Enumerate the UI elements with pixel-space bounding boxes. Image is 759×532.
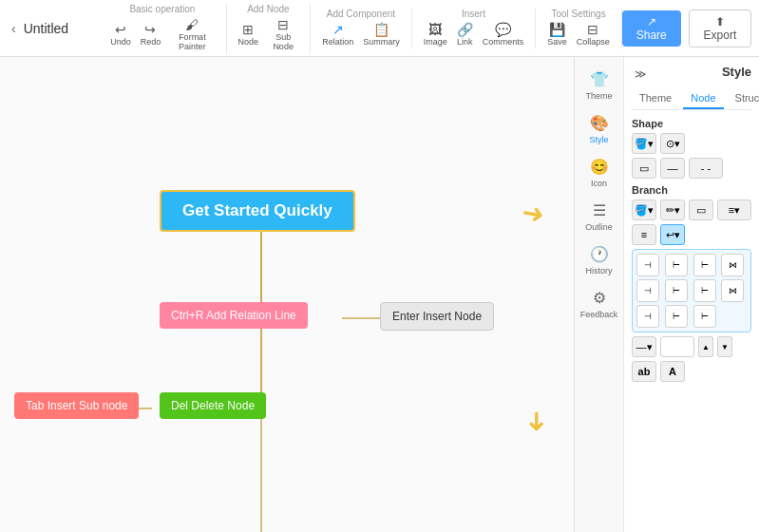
sidebar-item-style[interactable]: 🎨 Style [578,108,621,150]
branch-cell-4[interactable]: ⋈ [721,254,744,276]
font-size-btn[interactable]: A [660,361,685,382]
undo-button[interactable]: ↩Undo [106,21,135,48]
branch-cell-6[interactable]: ⊢ [665,279,688,302]
add-node-label: Add Node [247,4,289,14]
size-down-btn[interactable]: ▼ [717,336,732,357]
dash-style-btn[interactable]: - - [689,158,723,179]
document-title: Untitled [24,21,68,36]
fill-color-btn[interactable]: 🪣▾ [632,133,656,154]
sidebar-history-label: History [585,266,612,276]
tab-node[interactable]: Tab Insert Sub node [14,392,139,419]
branch-cell-7[interactable]: ⊢ [693,279,716,302]
share-button[interactable]: ↗ Share [622,10,681,47]
branch-cell-3[interactable]: ⊢ [693,254,716,276]
export-button[interactable]: ⬆ Export [689,10,751,48]
collapse-button[interactable]: ⊟Collapse [573,21,614,48]
branch-line-btn[interactable]: ≡▾ [717,200,751,220]
branch-rect-btn[interactable]: ▭ [689,200,713,220]
shape-section-title: Shape [632,118,751,129]
branch-fill-btn[interactable]: 🪣▾ [632,200,656,220]
save-button[interactable]: 💾Save [543,21,571,48]
del-node[interactable]: Del Delete Node [160,392,266,419]
insert-group: Insert 🖼Image 🔗Link 💬Comments [412,9,537,48]
sidebar-feedback-label: Feedback [580,310,618,319]
enter-node-text: Enter Insert Node [392,310,482,323]
enter-node[interactable]: Enter Insert Node [380,302,494,331]
size-up-btn[interactable]: ▲ [698,336,713,357]
basic-operation-label: Basic operation [129,4,195,14]
root-node[interactable]: Get Started Quickly [160,190,355,232]
font-text-btn[interactable]: ab [632,361,656,382]
branch-cell-5[interactable]: ⊣ [636,279,659,302]
toolbar-right: ↗ Share ⬆ Export [622,10,751,48]
share-icon: ↗ [647,15,656,28]
line-width-btn[interactable]: —▾ [632,336,656,357]
sidebar-item-feedback[interactable]: ⚙ Feedback [578,283,621,325]
comments-button[interactable]: 💬Comments [479,21,528,48]
add-component-group: Add Component ↗Relation 📋Summary [311,9,412,48]
tab-node-text: Tab Insert Sub node [26,399,127,412]
tab-theme[interactable]: Theme [632,88,679,109]
add-node-group: Add Node ⊞Node ⊟Sub Node [227,4,312,53]
branch-cell-9[interactable]: ⊣ [636,305,659,328]
canvas[interactable]: Get Started Quickly Ctrl+R Add Relation … [0,57,574,532]
branch-cell-11[interactable]: ⊢ [693,305,716,328]
insert-label: Insert [462,9,485,19]
history-icon: 🕐 [590,245,609,263]
link-button[interactable]: 🔗Link [453,21,477,48]
add-component-buttons: ↗Relation 📋Summary [318,21,404,48]
connection-lines [0,57,574,532]
relation-button[interactable]: ↗Relation [318,21,357,48]
ctrl-r-text: Ctrl+R Add Relation Line [171,309,296,322]
branch-controls-row2: ≡ ↩▾ [632,224,751,245]
tab-structure[interactable]: Structure [728,88,759,109]
branch-cell-1[interactable]: ⊣ [636,254,659,276]
tab-node[interactable]: Node [683,88,723,109]
panel-collapse-btn[interactable]: ≫ [632,66,649,83]
sub-node-button[interactable]: ⊟Sub Node [264,16,302,53]
size-controls: —▾ 24 ▲ ▼ [632,336,751,357]
tool-settings-label: Tool Settings [551,9,605,19]
add-component-label: Add Component [327,9,395,19]
sidebar-icon-label: Icon [591,179,607,188]
sidebar-item-icon[interactable]: 😊 Icon [578,152,621,194]
format-painter-button[interactable]: 🖌Format Painter [166,16,218,53]
nav-buttons: ‹ Untitled [8,17,87,40]
ctrl-r-node[interactable]: Ctrl+R Add Relation Line [160,302,308,329]
basic-operation-buttons: ↩Undo ↪Redo 🖌Format Painter [106,16,218,53]
branch-cell-2[interactable]: ⊢ [665,254,688,276]
panel-tabs: Theme Node Structure [632,88,751,110]
branch-layout-grid: ⊣ ⊢ ⊢ ⋈ ⊣ ⊢ ⊢ ⋈ ⊣ ⊢ ⊢ [632,249,751,332]
sidebar-item-history[interactable]: 🕐 History [578,239,621,281]
image-button[interactable]: 🖼Image [420,21,451,48]
panel-sidebar: 👕 Theme 🎨 Style 😊 Icon ☰ Outline 🕐 Histo… [575,57,624,532]
branch-cell-10[interactable]: ⊢ [665,305,688,328]
panel-main-content: ≫ Style Theme Node Structure Shape 🪣▾ ⊙▾… [624,57,759,532]
sidebar-item-theme[interactable]: 👕 Theme [578,65,621,106]
main-area: Get Started Quickly Ctrl+R Add Relation … [0,57,759,532]
style-icon: 🎨 [590,114,609,132]
redo-button[interactable]: ↪Redo [137,21,165,48]
font-controls: ab A [632,361,751,382]
back-button[interactable]: ‹ [8,17,20,40]
summary-button[interactable]: 📋Summary [359,21,404,48]
branch-controls-row1: 🪣▾ ✏▾ ▭ ≡▾ [632,200,751,220]
border-color-btn[interactable]: ⊙▾ [660,133,685,154]
branch-d1-btn[interactable]: ≡ [632,224,656,245]
theme-icon: 👕 [590,70,609,88]
rect-shape-btn[interactable]: ▭ [632,158,656,179]
branch-cell-8[interactable]: ⋈ [721,279,744,302]
shape-controls-row2: ▭ — - - [632,158,751,179]
sidebar-theme-label: Theme [585,91,612,101]
tool-settings-group: Tool Settings 💾Save ⊟Collapse [536,9,622,48]
arrow-left: ➜ [519,196,545,230]
root-node-text: Get Started Quickly [182,201,332,219]
line-style-btn[interactable]: — [660,158,685,179]
node-button[interactable]: ⊞Node [235,21,263,48]
font-size-input[interactable]: 24 [660,336,694,357]
branch-pen-btn[interactable]: ✏▾ [660,200,685,220]
sidebar-item-outline[interactable]: ☰ Outline [578,196,621,238]
branch-section-title: Branch [632,184,751,196]
branch-active-btn[interactable]: ↩▾ [660,224,685,245]
del-node-text: Del Delete Node [171,399,255,412]
